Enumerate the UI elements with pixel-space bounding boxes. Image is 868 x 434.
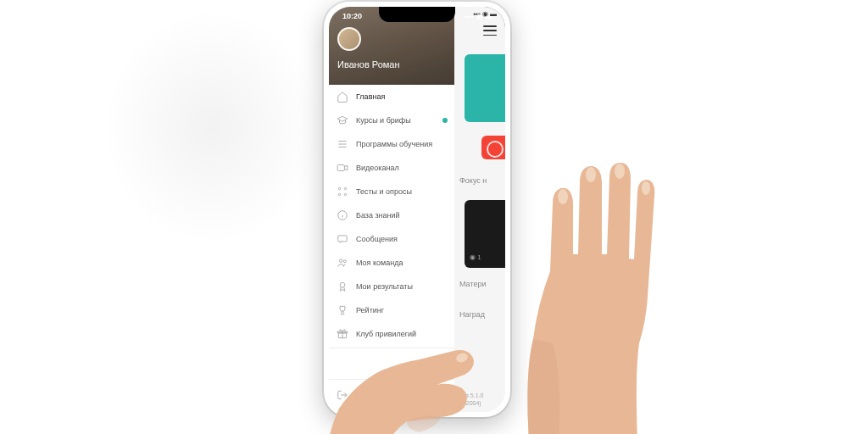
trophy-icon	[336, 303, 349, 317]
sidebar-item-courses[interactable]: Курсы и брифы	[329, 108, 454, 132]
svg-point-1	[338, 187, 340, 189]
sidebar-item-messages[interactable]: Сообщения	[329, 227, 454, 251]
video-icon	[336, 161, 349, 175]
featured-card-dark[interactable]: ◉ 1	[465, 200, 505, 268]
home-icon	[336, 90, 349, 103]
phone-notch	[379, 7, 455, 22]
sidebar-item-results[interactable]: Мои результаты	[329, 275, 454, 298]
section-label-focus: Фокус н	[459, 176, 487, 185]
sidebar-item-label: Рейтинг	[356, 306, 384, 314]
svg-point-14	[642, 181, 650, 195]
sidebar-item-tests[interactable]: Тесты и опросы	[329, 180, 454, 203]
svg-rect-6	[338, 236, 348, 242]
graduation-icon	[336, 114, 349, 127]
background-shadow	[102, 8, 322, 246]
section-label-awards: Наград	[459, 310, 485, 319]
svg-point-9	[340, 282, 345, 287]
signal-icon: ▪▪▪▪	[465, 13, 474, 20]
sidebar-item-rating[interactable]: Рейтинг	[329, 298, 454, 322]
featured-card-teal[interactable]	[465, 54, 505, 122]
svg-point-7	[340, 259, 343, 263]
svg-point-11	[558, 189, 568, 204]
notification-badge	[442, 118, 448, 123]
battery-icon: ▬	[485, 13, 492, 20]
sidebar-item-label: Моя команда	[356, 259, 403, 267]
sidebar-item-label: Главная	[356, 92, 385, 101]
status-time: 10:20	[342, 12, 362, 20]
svg-point-8	[343, 260, 346, 263]
eye-icon: ◉ 1	[470, 253, 481, 261]
sidebar-item-team[interactable]: Моя команда	[329, 251, 454, 275]
sidebar-item-label: Курсы и брифы	[356, 116, 411, 125]
featured-card-red[interactable]	[481, 136, 505, 159]
users-icon	[336, 256, 349, 270]
sidebar-item-label: База знаний	[356, 211, 400, 220]
sidebar-item-home[interactable]: Главная	[329, 85, 454, 108]
section-label-materials: Матери	[459, 280, 486, 288]
info-icon	[336, 209, 349, 222]
grid-icon	[336, 185, 349, 198]
sidebar-item-video[interactable]: Видеоканал	[329, 156, 454, 180]
user-name: Иванов Роман	[337, 59, 400, 70]
avatar[interactable]	[337, 27, 361, 51]
svg-point-4	[344, 193, 346, 195]
hamburger-menu[interactable]	[483, 25, 497, 36]
list-icon	[336, 137, 349, 151]
svg-point-12	[586, 167, 596, 182]
svg-point-13	[615, 164, 625, 179]
sidebar-item-label: Программы обучения	[356, 140, 432, 148]
wifi-icon: ◉	[476, 13, 482, 20]
hand-right-illustration	[512, 102, 665, 434]
sidebar-item-label: Сообщения	[356, 235, 398, 243]
svg-rect-0	[337, 165, 344, 171]
sidebar-item-label: Мои результаты	[356, 282, 413, 291]
svg-point-3	[338, 193, 340, 195]
sidebar-item-label: Видеоканал	[356, 164, 399, 172]
svg-point-2	[344, 187, 346, 189]
hand-left-illustration	[322, 332, 509, 434]
sidebar-item-knowledge[interactable]: База знаний	[329, 203, 454, 227]
sidebar-item-programs[interactable]: Программы обучения	[329, 132, 454, 156]
sidebar-item-label: Тесты и опросы	[356, 187, 412, 196]
message-icon	[336, 232, 349, 246]
badge-icon	[336, 280, 349, 293]
